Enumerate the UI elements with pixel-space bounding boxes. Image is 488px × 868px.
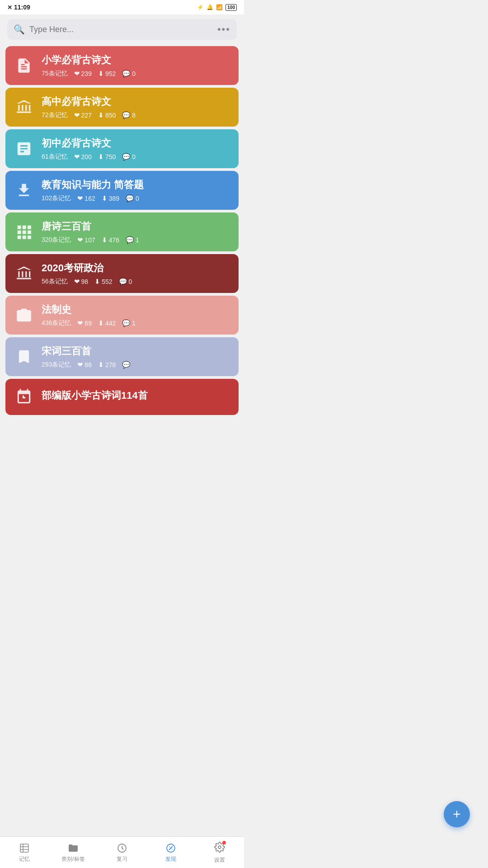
- card-count: 293条记忆: [42, 361, 71, 369]
- card-count: 320条记忆: [42, 236, 71, 244]
- status-time: ✕ 11:09: [7, 4, 30, 11]
- card-downloads: ⬇ 552: [94, 278, 112, 286]
- card-title: 部编版小学古诗词114首: [42, 389, 230, 402]
- card-content: 部编版小学古诗词114首: [42, 389, 230, 405]
- comment-icon: 💬: [122, 361, 131, 369]
- card-meta: 75条记忆 ❤ 239 ⬇ 952 💬 0: [42, 70, 230, 78]
- card-title: 唐诗三百首: [42, 220, 230, 233]
- heart-icon: ❤: [74, 70, 80, 78]
- heart-icon: ❤: [77, 361, 83, 369]
- card-count: 61条记忆: [42, 153, 68, 161]
- comment-icon: 💬: [122, 70, 131, 78]
- card-content: 小学必背古诗文 75条记忆 ❤ 239 ⬇ 952 💬 0: [42, 53, 230, 78]
- card-title: 2020考研政治: [42, 261, 230, 275]
- search-input[interactable]: [29, 25, 213, 34]
- heart-icon: ❤: [77, 319, 83, 327]
- card-downloads: ⬇ 389: [102, 194, 119, 203]
- card-comments: 💬 0: [126, 194, 139, 203]
- card-comments: 💬 1: [122, 319, 136, 327]
- card-downloads: ⬇ 952: [98, 70, 116, 78]
- card-downloads: ⬇ 442: [98, 319, 116, 327]
- comment-icon: 💬: [122, 153, 131, 161]
- card-content: 法制史 436条记忆 ❤ 89 ⬇ 442 💬 1: [42, 303, 230, 327]
- card-meta: 56条记忆 ❤ 98 ⬇ 552 💬 0: [42, 278, 230, 286]
- card-content: 宋词三百首 293条记忆 ❤ 86 ⬇ 278 💬: [42, 344, 230, 369]
- card-icon-import: [14, 180, 34, 201]
- card-icon-document: [14, 55, 34, 76]
- heart-icon: ❤: [74, 111, 80, 119]
- card-meta: 436条记忆 ❤ 89 ⬇ 442 💬 1: [42, 319, 230, 327]
- comment-icon: 💬: [119, 278, 127, 286]
- card-item-7[interactable]: 法制史 436条记忆 ❤ 89 ⬇ 442 💬 1: [5, 296, 239, 335]
- card-meta: 320条记忆 ❤ 107 ⬇ 476 💬 1: [42, 236, 230, 244]
- battery-indicator: 100: [225, 4, 237, 11]
- card-icon-doctext: [14, 138, 34, 159]
- search-icon: 🔍: [14, 24, 25, 35]
- card-title: 宋词三百首: [42, 344, 230, 358]
- comment-icon: 💬: [126, 236, 134, 244]
- card-downloads: ⬇ 278: [98, 361, 116, 369]
- heart-icon: ❤: [77, 194, 83, 203]
- card-item-5[interactable]: 唐诗三百首 320条记忆 ❤ 107 ⬇ 476 💬 1: [5, 212, 239, 251]
- status-bar: ✕ 11:09 ⚡ 🔔 📶 100: [0, 0, 244, 14]
- heart-icon: ❤: [77, 236, 83, 244]
- card-downloads: ⬇ 476: [102, 236, 119, 244]
- card-count: 436条记忆: [42, 319, 71, 327]
- card-title: 初中必背古诗文: [42, 137, 230, 150]
- card-count: 75条记忆: [42, 70, 68, 78]
- download-icon: ⬇: [98, 361, 104, 369]
- more-options-button[interactable]: •••: [217, 24, 230, 35]
- card-content: 教育知识与能力 简答题 102条记忆 ❤ 162 ⬇ 389 💬 0: [42, 178, 230, 203]
- card-likes: ❤ 89: [77, 319, 92, 327]
- card-count: 56条记忆: [42, 278, 68, 286]
- card-title: 高中必背古诗文: [42, 95, 230, 108]
- card-icon-grid: [14, 222, 34, 242]
- wifi-icon: 📶: [216, 4, 223, 10]
- download-icon: ⬇: [94, 278, 100, 286]
- card-item-2[interactable]: 高中必背古诗文 72条记忆 ❤ 227 ⬇ 850 💬 8: [5, 88, 239, 127]
- download-icon: ⬇: [98, 153, 104, 161]
- comment-icon: 💬: [122, 111, 131, 119]
- card-content: 高中必背古诗文 72条记忆 ❤ 227 ⬇ 850 💬 8: [42, 95, 230, 119]
- download-icon: ⬇: [98, 111, 104, 119]
- card-meta: 102条记忆 ❤ 162 ⬇ 389 💬 0: [42, 194, 230, 203]
- heart-icon: ❤: [74, 153, 80, 161]
- card-comments: 💬 0: [122, 70, 136, 78]
- card-comments: 💬 0: [122, 153, 136, 161]
- card-title: 小学必背古诗文: [42, 53, 230, 67]
- card-content: 初中必背古诗文 61条记忆 ❤ 200 ⬇ 750 💬 0: [42, 137, 230, 161]
- card-likes: ❤ 200: [74, 153, 92, 161]
- card-list: 小学必背古诗文 75条记忆 ❤ 239 ⬇ 952 💬 0 高中必背古诗文: [0, 44, 244, 451]
- card-icon-bookmark: [14, 346, 34, 367]
- card-comments: 💬 8: [122, 111, 136, 119]
- heart-icon: ❤: [74, 278, 80, 286]
- card-content: 唐诗三百首 320条记忆 ❤ 107 ⬇ 476 💬 1: [42, 220, 230, 244]
- card-meta: 61条记忆 ❤ 200 ⬇ 750 💬 0: [42, 153, 230, 161]
- download-icon: ⬇: [102, 194, 108, 203]
- card-title: 教育知识与能力 简答题: [42, 178, 230, 192]
- card-item-6[interactable]: 2020考研政治 56条记忆 ❤ 98 ⬇ 552 💬 0: [5, 254, 239, 293]
- bluetooth-icon: ⚡: [197, 4, 204, 10]
- status-icons: ⚡ 🔔 📶 100: [197, 4, 237, 11]
- card-comments: 💬 1: [126, 236, 139, 244]
- card-content: 2020考研政治 56条记忆 ❤ 98 ⬇ 552 💬 0: [42, 261, 230, 286]
- card-meta: 72条记忆 ❤ 227 ⬇ 850 💬 8: [42, 111, 230, 119]
- download-icon: ⬇: [98, 319, 104, 327]
- card-item-3[interactable]: 初中必背古诗文 61条记忆 ❤ 200 ⬇ 750 💬 0: [5, 129, 239, 168]
- download-icon: ⬇: [102, 236, 108, 244]
- card-title: 法制史: [42, 303, 230, 316]
- card-icon-calendar: [14, 387, 34, 407]
- card-likes: ❤ 227: [74, 111, 92, 119]
- card-likes: ❤ 162: [77, 194, 95, 203]
- comment-icon: 💬: [126, 194, 134, 203]
- card-item-8[interactable]: 宋词三百首 293条记忆 ❤ 86 ⬇ 278 💬: [5, 337, 239, 376]
- card-item-1[interactable]: 小学必背古诗文 75条记忆 ❤ 239 ⬇ 952 💬 0: [5, 46, 239, 85]
- card-comments: 💬 0: [119, 278, 132, 286]
- card-item-4[interactable]: 教育知识与能力 简答题 102条记忆 ❤ 162 ⬇ 389 💬 0: [5, 171, 239, 210]
- card-icon-bank: [14, 263, 34, 284]
- card-count: 72条记忆: [42, 111, 68, 119]
- card-likes: ❤ 98: [74, 278, 89, 286]
- card-item-9[interactable]: 部编版小学古诗词114首: [5, 379, 239, 415]
- comment-icon: 💬: [122, 319, 131, 327]
- search-bar[interactable]: 🔍 •••: [7, 19, 237, 40]
